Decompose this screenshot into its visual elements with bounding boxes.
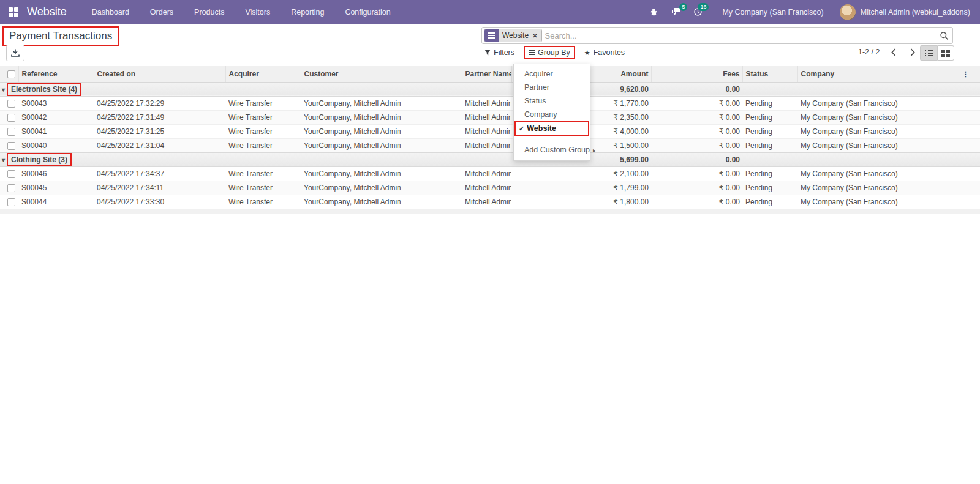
cell-acquirer: Wire Transfer <box>225 166 301 181</box>
transaction-row[interactable]: S0004504/25/2022 17:34:11Wire TransferYo… <box>0 181 980 195</box>
table-header-row: Reference Created on Acquirer Customer P… <box>0 66 980 82</box>
col-created-on[interactable]: Created on <box>94 66 225 82</box>
select-all-checkbox[interactable] <box>7 70 15 78</box>
menu-dashboard[interactable]: Dashboard <box>81 0 140 24</box>
group-by-option-company[interactable]: Company <box>514 108 590 121</box>
group-caret-icon[interactable]: ▾ <box>2 157 5 163</box>
cell-status: Pending <box>742 166 797 181</box>
page-title-annotation: Payment Transactions <box>2 26 119 46</box>
cell-created-on: 04/25/2022 17:31:04 <box>94 138 225 152</box>
transaction-row[interactable]: S0004604/25/2022 17:34:37Wire TransferYo… <box>0 166 980 181</box>
activities-badge: 16 <box>698 3 709 11</box>
group-by-icon <box>529 50 535 56</box>
menu-orders[interactable]: Orders <box>140 0 184 24</box>
list-view-button[interactable] <box>920 45 937 61</box>
col-acquirer[interactable]: Acquirer <box>225 66 301 82</box>
group-amount-total: 9,620.00 <box>588 82 651 96</box>
row-checkbox[interactable] <box>7 170 15 178</box>
group-by-dropdown: Acquirer Partner Status Company ✓Website… <box>513 64 590 161</box>
row-checkbox[interactable] <box>7 142 15 150</box>
export-button[interactable] <box>6 45 24 61</box>
cell-created-on: 04/25/2022 17:31:49 <box>94 110 225 124</box>
optional-columns-icon[interactable]: ⋮ <box>962 70 969 78</box>
cell-customer: YourCompany, Mitchell Admin <box>301 96 462 110</box>
cell-partner-name: Mitchell Admin <box>462 181 511 195</box>
col-reference[interactable]: Reference <box>18 66 94 82</box>
kanban-view-icon <box>941 50 950 57</box>
transaction-row[interactable]: S0004204/25/2022 17:31:49Wire TransferYo… <box>0 110 980 124</box>
group-header-row[interactable]: ▾Clothing Site (3)5,699.000.00 <box>0 152 980 166</box>
search-icon[interactable] <box>940 31 949 40</box>
company-switcher[interactable]: My Company (San Francisco) <box>722 8 823 17</box>
row-checkbox-cell <box>0 96 18 110</box>
user-avatar[interactable] <box>840 4 856 20</box>
menu-reporting[interactable]: Reporting <box>281 0 334 24</box>
row-checkbox[interactable] <box>7 198 15 206</box>
cell-options <box>951 110 980 124</box>
row-checkbox[interactable] <box>7 128 15 136</box>
group-empty-cell <box>797 82 951 96</box>
cell-status: Pending <box>742 124 797 138</box>
row-checkbox[interactable] <box>7 100 15 108</box>
cell-customer: YourCompany, Mitchell Admin <box>301 138 462 152</box>
pager-previous-icon[interactable] <box>889 48 899 56</box>
menu-visitors[interactable]: Visitors <box>235 0 281 24</box>
group-by-button[interactable]: Group By <box>524 46 575 59</box>
cell-partner-name: Mitchell Admin <box>462 138 511 152</box>
messages-icon[interactable]: 5 <box>671 7 681 17</box>
cell-options <box>951 181 980 195</box>
search-facet[interactable]: Website ✕ <box>484 29 542 42</box>
submenu-arrow-icon: ▸ <box>593 147 596 154</box>
favorites-button[interactable]: ★ Favorites <box>580 46 629 59</box>
cell-hidden <box>511 181 588 195</box>
col-partner-name[interactable]: Partner Name <box>462 66 511 82</box>
facet-remove-icon[interactable]: ✕ <box>532 32 537 39</box>
search-bar[interactable]: Website ✕ <box>481 27 953 44</box>
row-checkbox[interactable] <box>7 184 15 192</box>
app-brand[interactable]: Website <box>27 6 67 18</box>
cell-options <box>951 166 980 181</box>
transaction-row[interactable]: S0004104/25/2022 17:31:25Wire TransferYo… <box>0 124 980 138</box>
menu-configuration[interactable]: Configuration <box>334 0 401 24</box>
col-amount[interactable]: Amount <box>588 66 651 82</box>
navbar-systray: 5 16 My Company (San Francisco) Mitchell… <box>643 4 974 20</box>
transactions-tbody: ▾Electronics Site (4)9,620.000.00S000430… <box>0 82 980 209</box>
group-by-option-status[interactable]: Status <box>514 94 590 108</box>
cell-company: My Company (San Francisco) <box>797 138 951 152</box>
group-fees-total: 0.00 <box>651 152 742 166</box>
search-facet-label: Website <box>502 31 529 40</box>
check-icon: ✓ <box>519 125 524 132</box>
col-company[interactable]: Company <box>797 66 951 82</box>
kanban-view-button[interactable] <box>937 45 954 61</box>
transaction-row[interactable]: S0004004/25/2022 17:31:04Wire TransferYo… <box>0 138 980 152</box>
group-header-row[interactable]: ▾Electronics Site (4)9,620.000.00 <box>0 82 980 96</box>
add-custom-group-item[interactable]: Add Custom Group▸ <box>514 143 590 157</box>
col-fees[interactable]: Fees <box>651 66 742 82</box>
filters-label: Filters <box>494 48 514 57</box>
row-checkbox[interactable] <box>7 114 15 122</box>
cell-company: My Company (San Francisco) <box>797 195 951 209</box>
col-customer[interactable]: Customer <box>301 66 462 82</box>
cell-created-on: 04/25/2022 17:32:29 <box>94 96 225 110</box>
transactions-list: Reference Created on Acquirer Customer P… <box>0 66 980 214</box>
filters-button[interactable]: Filters <box>480 46 519 59</box>
group-by-option-acquirer[interactable]: Acquirer <box>514 67 590 81</box>
group-by-option-website[interactable]: ✓Website <box>514 121 589 136</box>
cell-amount: ₹ 4,000.00 <box>588 124 651 138</box>
transaction-row[interactable]: S0004404/25/2022 17:33:30Wire TransferYo… <box>0 195 980 209</box>
col-status[interactable]: Status <box>742 66 797 82</box>
pager-next-icon[interactable] <box>908 48 918 56</box>
user-menu[interactable]: Mitchell Admin (webkul_addons) <box>861 8 970 17</box>
cell-acquirer: Wire Transfer <box>225 124 301 138</box>
add-custom-group-label: Add Custom Group <box>524 146 590 154</box>
cell-reference: S00040 <box>18 138 94 152</box>
menu-products[interactable]: Products <box>184 0 235 24</box>
search-input[interactable] <box>545 31 940 40</box>
group-by-option-partner[interactable]: Partner <box>514 81 590 94</box>
transaction-row[interactable]: S0004304/25/2022 17:32:29Wire TransferYo… <box>0 96 980 110</box>
group-label: Clothing Site (3) <box>7 153 72 166</box>
debug-bug-icon[interactable] <box>649 7 658 17</box>
group-caret-icon[interactable]: ▾ <box>2 86 5 93</box>
activities-icon[interactable]: 16 <box>693 7 703 17</box>
apps-menu-icon[interactable] <box>9 7 18 17</box>
